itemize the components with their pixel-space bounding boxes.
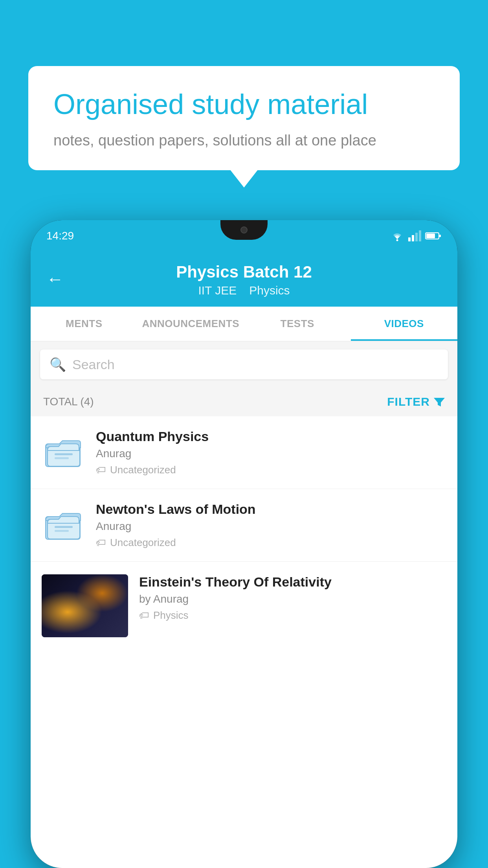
tab-tests[interactable]: TESTS bbox=[244, 307, 351, 341]
speech-bubble-title: Organised study material bbox=[53, 87, 435, 121]
video-tag-1: 🏷 Uncategorized bbox=[96, 464, 446, 476]
list-item[interactable]: Newton's Laws of Motion Anurag 🏷 Uncateg… bbox=[31, 489, 457, 562]
video-title-2: Newton's Laws of Motion bbox=[96, 502, 446, 517]
search-icon: 🔍 bbox=[50, 357, 66, 372]
video-info-2: Newton's Laws of Motion Anurag 🏷 Uncateg… bbox=[96, 502, 446, 549]
tag-label-1: Uncategorized bbox=[110, 464, 176, 476]
tag-icon-3: 🏷 bbox=[139, 609, 149, 622]
list-item[interactable]: Einstein's Theory Of Relativity by Anura… bbox=[31, 562, 457, 650]
svg-rect-8 bbox=[55, 457, 69, 459]
video-title-1: Quantum Physics bbox=[96, 429, 446, 444]
video-author-2: Anurag bbox=[96, 520, 446, 533]
batch-subtitle: IIT JEE Physics bbox=[198, 284, 290, 297]
search-placeholder: Search bbox=[72, 357, 115, 372]
total-count: TOTAL (4) bbox=[43, 395, 94, 408]
tabs-bar: MENTS ANNOUNCEMENTS TESTS VIDEOS bbox=[31, 307, 457, 342]
app-header: ← Physics Batch 12 IIT JEE Physics bbox=[31, 252, 457, 307]
wifi-icon bbox=[390, 230, 404, 241]
svg-rect-2 bbox=[426, 234, 435, 238]
folder-icon bbox=[44, 504, 83, 543]
svg-rect-3 bbox=[439, 235, 441, 237]
batch-subtitle-part2: Physics bbox=[249, 284, 290, 297]
video-thumbnail-3 bbox=[42, 574, 128, 637]
phone-frame: 14:29 bbox=[31, 220, 457, 868]
filter-row: TOTAL (4) FILTER bbox=[31, 387, 457, 416]
camera-dot bbox=[240, 226, 248, 234]
tab-announcements[interactable]: ANNOUNCEMENTS bbox=[138, 307, 244, 341]
svg-rect-12 bbox=[55, 530, 69, 532]
video-author-1: Anurag bbox=[96, 447, 446, 460]
video-tag-3: 🏷 Physics bbox=[139, 609, 446, 622]
phone-notch bbox=[220, 220, 268, 240]
signal-icon bbox=[408, 230, 421, 241]
search-container: 🔍 Search bbox=[31, 342, 457, 387]
video-author-3: by Anurag bbox=[139, 593, 446, 605]
folder-icon bbox=[44, 431, 83, 470]
svg-rect-7 bbox=[55, 453, 73, 455]
app-screen: ← Physics Batch 12 IIT JEE Physics MENTS… bbox=[31, 252, 457, 868]
speech-bubble-subtitle: notes, question papers, solutions all at… bbox=[53, 132, 435, 149]
speech-bubble-wrapper: Organised study material notes, question… bbox=[28, 66, 460, 170]
video-list: Quantum Physics Anurag 🏷 Uncategorized bbox=[31, 416, 457, 650]
video-info-1: Quantum Physics Anurag 🏷 Uncategorized bbox=[96, 429, 446, 476]
status-bar: 14:29 bbox=[31, 220, 457, 252]
space-bg bbox=[42, 574, 128, 637]
search-bar[interactable]: 🔍 Search bbox=[40, 349, 448, 379]
tag-icon-2: 🏷 bbox=[96, 537, 106, 549]
filter-label: FILTER bbox=[387, 395, 430, 408]
battery-icon bbox=[425, 232, 442, 240]
status-time: 14:29 bbox=[46, 230, 74, 242]
batch-subtitle-part1: IIT JEE bbox=[198, 284, 237, 297]
folder-thumbnail-2 bbox=[42, 502, 85, 545]
back-button[interactable]: ← bbox=[46, 269, 64, 289]
filter-icon bbox=[434, 396, 445, 407]
video-title-3: Einstein's Theory Of Relativity bbox=[139, 574, 446, 590]
speech-bubble: Organised study material notes, question… bbox=[28, 66, 460, 170]
batch-title: Physics Batch 12 bbox=[176, 263, 312, 281]
tag-label-2: Uncategorized bbox=[110, 537, 176, 549]
tab-videos[interactable]: VIDEOS bbox=[351, 307, 458, 341]
list-item[interactable]: Quantum Physics Anurag 🏷 Uncategorized bbox=[31, 416, 457, 489]
tab-ments[interactable]: MENTS bbox=[31, 307, 138, 341]
status-icons bbox=[390, 230, 442, 241]
svg-marker-4 bbox=[434, 398, 445, 406]
tag-icon-1: 🏷 bbox=[96, 464, 106, 476]
folder-thumbnail-1 bbox=[42, 429, 85, 472]
tag-label-3: Physics bbox=[153, 609, 189, 622]
video-info-3: Einstein's Theory Of Relativity by Anura… bbox=[139, 574, 446, 622]
svg-point-0 bbox=[396, 239, 398, 241]
video-tag-2: 🏷 Uncategorized bbox=[96, 537, 446, 549]
filter-button[interactable]: FILTER bbox=[387, 395, 445, 408]
svg-rect-11 bbox=[55, 526, 73, 528]
